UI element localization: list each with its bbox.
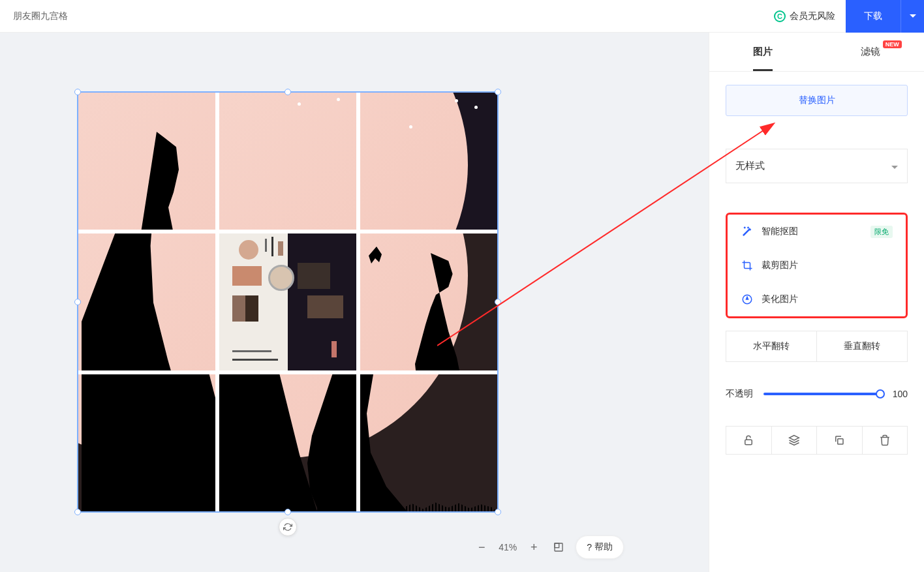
beautify-image-button[interactable]: 美化图片 [728, 282, 906, 316]
unlock-icon [743, 434, 754, 446]
new-badge: NEW [883, 40, 902, 48]
smart-cutout-button[interactable]: 智能抠图 限免 [728, 215, 906, 248]
layers-icon [788, 434, 800, 446]
header-bar: 朋友圈九宫格 C 会员无风险 下载 [0, 0, 924, 33]
crop-icon [741, 259, 754, 272]
fit-screen-button[interactable] [551, 539, 566, 555]
flip-horizontal-button[interactable]: 水平翻转 [726, 331, 816, 361]
canvas-toolbar: − 41% + ? 帮助 [474, 535, 624, 559]
resize-handle-br[interactable] [495, 509, 501, 515]
side-panel: 图片 滤镜 NEW 替换图片 无样式 智能 [709, 33, 924, 572]
image-tools-highlighted-box: 智能抠图 限免 裁剪图片 美化图片 [726, 213, 908, 318]
flip-vertical-button[interactable]: 垂直翻转 [816, 331, 907, 361]
svg-rect-2 [555, 543, 559, 548]
grid-cell-6 [360, 233, 497, 370]
resize-handle-ml[interactable] [74, 299, 81, 305]
resize-handle-tl[interactable] [74, 89, 81, 95]
resize-handle-bm[interactable] [285, 509, 291, 515]
layers-button[interactable] [771, 427, 817, 454]
grid-cell-9 [360, 374, 497, 511]
page-title: 朋友圈九宫格 [13, 10, 68, 22]
vip-status-label: 会员无风险 [790, 10, 835, 22]
beautify-icon [741, 293, 754, 306]
image-selection[interactable] [77, 91, 499, 513]
resize-handle-mr[interactable] [495, 299, 501, 305]
flip-buttons: 水平翻转 垂直翻转 [726, 331, 908, 362]
nine-grid [78, 93, 497, 511]
resize-handle-tm[interactable] [285, 89, 291, 95]
grid-cell-7 [78, 374, 215, 511]
rotate-icon [283, 522, 292, 532]
chevron-down-icon [891, 160, 898, 172]
magic-wand-icon [741, 225, 754, 238]
panel-tabs: 图片 滤镜 NEW [709, 33, 924, 72]
resize-handle-tr[interactable] [495, 89, 501, 95]
canvas-area[interactable]: − 41% + ? 帮助 [0, 33, 709, 572]
trash-icon [879, 434, 891, 446]
download-button-group: 下载 [846, 0, 924, 33]
grid-cell-4 [78, 233, 215, 370]
main-area: − 41% + ? 帮助 图片 滤镜 NEW 替换图片 [0, 33, 924, 572]
grid-cell-1 [78, 93, 215, 230]
lock-button[interactable] [726, 427, 771, 454]
style-select-label: 无样式 [735, 160, 765, 172]
style-select-dropdown[interactable]: 无样式 [726, 149, 908, 183]
crop-image-button[interactable]: 裁剪图片 [728, 248, 906, 282]
copy-icon [833, 434, 845, 446]
panel-content: 替换图片 无样式 智能抠图 限免 [709, 72, 924, 468]
header-actions: C 会员无风险 下载 [774, 0, 924, 33]
grid-cell-3 [360, 93, 497, 230]
svg-rect-4 [745, 440, 752, 445]
question-icon: ? [587, 542, 592, 552]
tab-filter[interactable]: 滤镜 NEW [817, 33, 925, 71]
zoom-in-button[interactable]: + [526, 539, 542, 555]
grid-cell-2 [219, 93, 356, 230]
grid-cell-8 [219, 374, 356, 511]
zoom-percentage[interactable]: 41% [499, 542, 517, 552]
rotate-handle[interactable] [279, 518, 297, 536]
opacity-control: 不透明 100 [726, 388, 908, 400]
grid-cell-5-makeup [219, 233, 356, 370]
svg-marker-5 [789, 436, 799, 441]
delete-button[interactable] [862, 427, 908, 454]
vip-check-icon: C [774, 10, 786, 22]
svg-rect-6 [838, 439, 843, 444]
slider-thumb[interactable] [876, 389, 885, 399]
help-label: 帮助 [594, 541, 613, 553]
free-limited-tag: 限免 [870, 226, 893, 238]
zoom-out-button[interactable]: − [474, 539, 489, 555]
vip-status[interactable]: C 会员无风险 [774, 10, 835, 22]
tab-image[interactable]: 图片 [709, 33, 817, 71]
fullscreen-icon [553, 542, 564, 552]
opacity-value: 100 [888, 389, 908, 399]
copy-button[interactable] [816, 427, 862, 454]
help-button[interactable]: ? 帮助 [576, 535, 624, 559]
download-dropdown-button[interactable] [901, 0, 924, 33]
download-button[interactable]: 下载 [846, 0, 901, 33]
chevron-down-icon [910, 14, 916, 18]
opacity-label: 不透明 [726, 388, 756, 400]
replace-image-button[interactable]: 替换图片 [726, 85, 908, 116]
resize-handle-bl[interactable] [74, 509, 81, 515]
layer-action-icons [726, 426, 908, 455]
opacity-slider[interactable] [763, 393, 880, 395]
